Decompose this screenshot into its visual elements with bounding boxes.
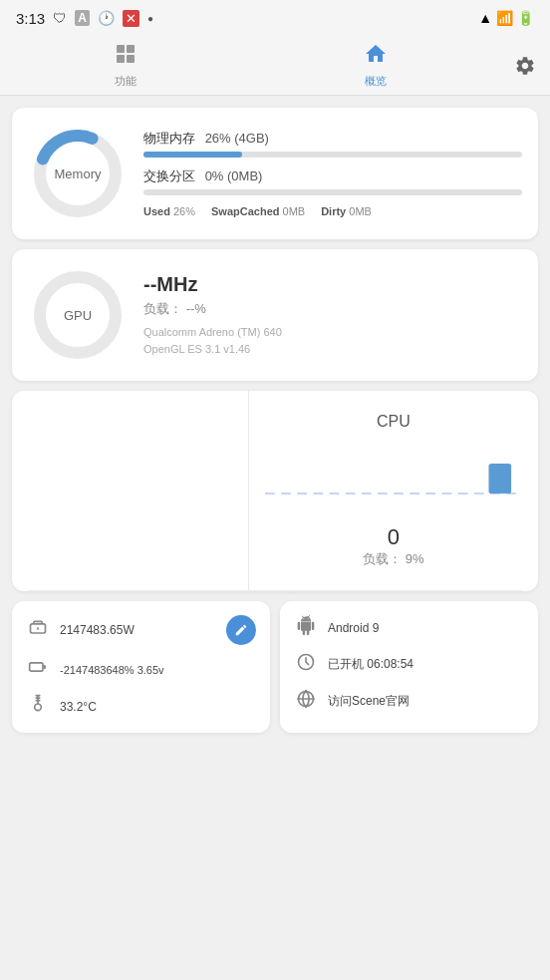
power-value: 2147483.65W (60, 623, 216, 637)
status-left: 3:13 🛡 A 🕐 ✕ ● (16, 10, 153, 27)
settings-button[interactable] (500, 55, 550, 77)
memory-donut-label: Memory (55, 166, 102, 181)
cpu-right-panel: CPU (249, 391, 538, 590)
cpu-left-panel (12, 391, 249, 590)
used-stat: Used 26% (143, 205, 195, 217)
edit-button[interactable] (226, 615, 256, 645)
clock-icon: 🕐 (98, 10, 115, 26)
battery-icon (26, 657, 50, 682)
svg-rect-1 (127, 45, 135, 53)
temp-icon (26, 694, 50, 719)
gpu-mhz: --MHz (143, 273, 282, 296)
android-item: Android 9 (294, 615, 524, 640)
battery-item: -2147483648% 3.65v (26, 657, 256, 682)
tab-overview[interactable]: 概览 (250, 34, 500, 97)
gpu-card: GPU --MHz 负载： --% Qualcomm Adreno (TM) 6… (12, 249, 538, 381)
swap-progress-bg (143, 189, 522, 195)
swap-memory-title: 交换分区 0% (0MB) (143, 167, 522, 185)
physical-progress-bg (143, 152, 522, 158)
bottom-left-card: 2147483.65W -2147483648% 3.65v (12, 601, 270, 733)
battery-value: -2147483648% 3.65v (60, 664, 256, 676)
android-value: Android 9 (328, 621, 524, 635)
uptime-value: 已开机 06:08:54 (328, 656, 524, 673)
svg-rect-0 (117, 45, 125, 53)
overview-label: 概览 (365, 74, 387, 89)
svg-rect-17 (488, 464, 511, 493)
temp-value: 33.2°C (60, 700, 256, 714)
physical-progress-fill (143, 152, 242, 158)
dot-icon: ● (147, 13, 153, 24)
website-value: 访问Scene官网 (328, 693, 524, 710)
battery-icon: 🔋 (517, 10, 534, 26)
website-icon (294, 689, 318, 714)
gpu-load: 负载： --% (143, 300, 282, 318)
swap-memory-row: 交换分区 0% (0MB) (143, 167, 522, 195)
power-icon (26, 618, 50, 643)
temp-item: 33.2°C (26, 694, 256, 719)
uptime-icon (294, 652, 318, 677)
functions-label: 功能 (115, 74, 137, 89)
memory-info: 物理内存 26% (4GB) 交换分区 0% (0MB) Used (143, 130, 522, 217)
cpu-chart (265, 439, 522, 518)
gpu-info: --MHz 负载： --% Qualcomm Adreno (TM) 640 O… (143, 273, 282, 357)
signal-icon: 📶 (496, 10, 513, 26)
cpu-card: CPU (12, 391, 538, 591)
website-item: 访问Scene官网 (294, 689, 524, 714)
status-right: ▲ 📶 🔋 (478, 10, 534, 26)
memory-stats: Used 26% SwapCached 0MB Dirty 0MB (143, 205, 522, 217)
android-icon (294, 615, 318, 640)
svg-rect-20 (30, 663, 43, 671)
wifi-icon: ▲ (478, 10, 492, 26)
memory-donut: Memory (28, 124, 128, 223)
svg-rect-2 (117, 55, 125, 63)
physical-memory-title: 物理内存 26% (4GB) (143, 130, 522, 148)
a-icon: A (75, 10, 90, 26)
app-icon: ✕ (123, 10, 139, 27)
power-item: 2147483.65W (26, 615, 256, 645)
cpu-card-inner: CPU (12, 391, 538, 590)
gpu-donut-label: GPU (64, 308, 92, 323)
gpu-donut: GPU (28, 265, 128, 365)
status-time: 3:13 (16, 10, 45, 27)
cpu-title: CPU (377, 413, 411, 431)
svg-rect-3 (127, 55, 135, 63)
physical-memory-row: 物理内存 26% (4GB) (143, 130, 522, 158)
cpu-value: 0 (388, 524, 400, 550)
memory-card: Memory 物理内存 26% (4GB) 交换分区 0% (0MB) (12, 108, 538, 239)
bottom-grid: 2147483.65W -2147483648% 3.65v (12, 601, 538, 733)
gpu-model: Qualcomm Adreno (TM) 640 OpenGL ES 3.1 v… (143, 324, 282, 357)
overview-icon (364, 42, 388, 72)
cpu-load: 负载： 9% (363, 550, 423, 568)
tab-functions[interactable]: 功能 (0, 34, 250, 97)
uptime-item: 已开机 06:08:54 (294, 652, 524, 677)
functions-icon (114, 42, 138, 72)
swapcached-stat: SwapCached 0MB (211, 205, 305, 217)
bottom-right-card: Android 9 已开机 06:08:54 (280, 601, 538, 733)
cpu-divider (28, 590, 522, 591)
main-content: Memory 物理内存 26% (4GB) 交换分区 0% (0MB) (0, 96, 550, 745)
shield-icon: 🛡 (53, 10, 67, 26)
nav-tabs: 功能 概览 (0, 36, 550, 96)
dirty-stat: Dirty 0MB (321, 205, 372, 217)
status-bar: 3:13 🛡 A 🕐 ✕ ● ▲ 📶 🔋 (0, 0, 550, 36)
